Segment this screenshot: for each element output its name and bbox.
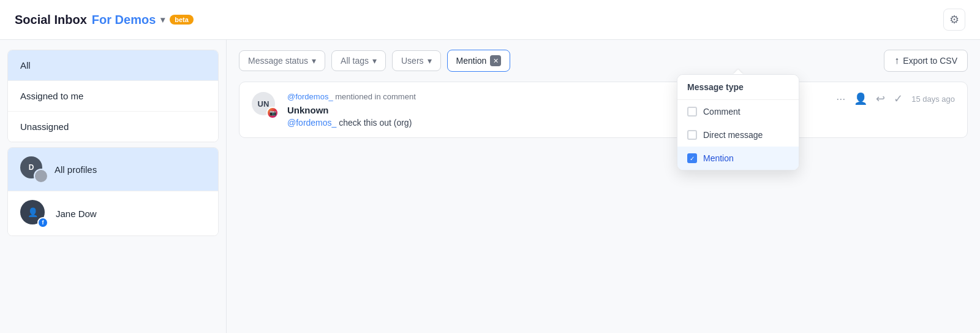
title-main: Social Inbox [15, 13, 87, 27]
sidebar: All Assigned to me Unassigned D All prof… [0, 40, 227, 333]
all-tags-label: All tags [341, 56, 369, 66]
content-area: Message status ▾ All tags ▾ Users ▾ Ment… [227, 40, 980, 333]
assign-icon[interactable]: 👤 [854, 92, 867, 105]
avatar: 👤 f [20, 200, 47, 227]
mention-label: Mention [703, 153, 734, 163]
dropdown-item-direct-message[interactable]: Direct message [677, 123, 799, 147]
message-actions: ··· 👤 ↩ ✓ 15 days ago [836, 92, 955, 105]
message-type-dropdown: Message type Comment Direct message ✓ Me… [677, 74, 799, 170]
message-body-user[interactable]: @fordemos_ [287, 118, 336, 128]
more-options-icon[interactable]: ··· [836, 93, 845, 105]
chevron-down-icon: ▾ [312, 56, 316, 66]
avatar: D [20, 156, 46, 182]
message-status-label: Message status [248, 56, 308, 66]
instagram-icon: 📷 [266, 107, 279, 119]
mention-user[interactable]: @fordemos_ [287, 92, 333, 101]
message-avatar: UN 📷 [252, 92, 279, 119]
mention-filter[interactable]: Mention ✕ [447, 50, 511, 72]
avatar-sub [34, 169, 48, 183]
page-title: Social Inbox For Demos ▾ beta [15, 13, 194, 27]
users-filter[interactable]: Users ▾ [392, 50, 441, 71]
dropdown-item-mention[interactable]: ✓ Mention [677, 147, 799, 170]
mention-filter-label: Mention [456, 56, 487, 66]
message-card: UN 📷 @fordemos_ mentioned in comment Unk… [239, 82, 968, 138]
dropdown-header: Message type [677, 75, 799, 100]
mention-checkbox[interactable]: ✓ [687, 153, 697, 163]
close-icon[interactable]: ✕ [490, 55, 501, 66]
header: Social Inbox For Demos ▾ beta ⚙ [0, 0, 980, 40]
export-button[interactable]: ↑ Export to CSV [884, 50, 968, 72]
gear-icon: ⚙ [949, 13, 959, 26]
message-body-text: check this out (org) [336, 118, 412, 128]
sidebar-nav-section: All Assigned to me Unassigned [7, 50, 219, 142]
resolve-icon[interactable]: ✓ [894, 92, 903, 105]
users-label: Users [401, 56, 424, 66]
comment-label: Comment [703, 107, 741, 117]
sidebar-profiles-section: D All profiles 👤 f Jane Dow [7, 147, 219, 236]
mention-text: mentioned in comment [333, 92, 416, 101]
reply-icon[interactable]: ↩ [876, 92, 885, 105]
export-icon: ↑ [894, 55, 899, 66]
direct-message-checkbox[interactable] [687, 130, 697, 140]
direct-message-label: Direct message [703, 130, 763, 140]
sidebar-item-assigned[interactable]: Assigned to me [8, 81, 218, 112]
dropdown-panel: Message type Comment Direct message ✓ Me… [677, 74, 799, 170]
avatar-initial: D [29, 163, 34, 172]
sidebar-item-jane-dow[interactable]: 👤 f Jane Dow [8, 191, 218, 235]
settings-button[interactable]: ⚙ [943, 9, 965, 31]
export-label: Export to CSV [903, 56, 957, 66]
filter-bar: Message status ▾ All tags ▾ Users ▾ Ment… [239, 50, 968, 72]
message-status-filter[interactable]: Message status ▾ [239, 50, 325, 71]
sidebar-item-all-profiles[interactable]: D All profiles [8, 148, 218, 191]
dropdown-item-comment[interactable]: Comment [677, 100, 799, 123]
all-tags-filter[interactable]: All tags ▾ [331, 50, 386, 71]
sidebar-profile-label: Jane Dow [56, 209, 97, 219]
main-layout: All Assigned to me Unassigned D All prof… [0, 40, 980, 333]
header-right: ⚙ [943, 9, 965, 31]
chevron-down-icon[interactable]: ▾ [160, 15, 165, 25]
sidebar-item-all[interactable]: All [8, 50, 218, 81]
facebook-badge: f [37, 217, 48, 228]
chevron-down-icon: ▾ [428, 56, 432, 66]
message-time: 15 days ago [911, 94, 955, 104]
sidebar-item-unassigned[interactable]: Unassigned [8, 112, 218, 142]
comment-checkbox[interactable] [687, 107, 697, 117]
beta-badge: beta [170, 15, 194, 25]
sidebar-profile-label: All profiles [55, 164, 97, 175]
title-brand: For Demos [92, 13, 156, 27]
chevron-down-icon: ▾ [372, 56, 377, 66]
